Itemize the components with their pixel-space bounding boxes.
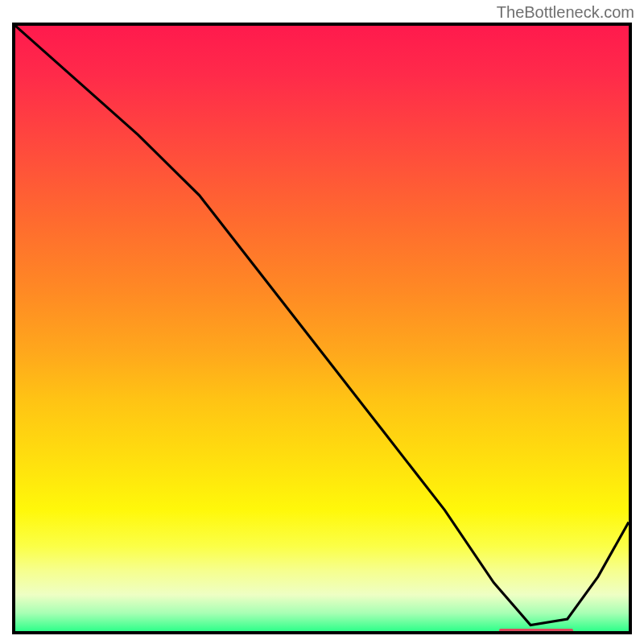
minimum-marker	[499, 629, 573, 634]
plot-area	[12, 23, 632, 634]
line-curve	[15, 26, 629, 631]
attribution-text: TheBottleneck.com	[497, 3, 634, 22]
chart-container: TheBottleneck.com	[0, 0, 644, 644]
